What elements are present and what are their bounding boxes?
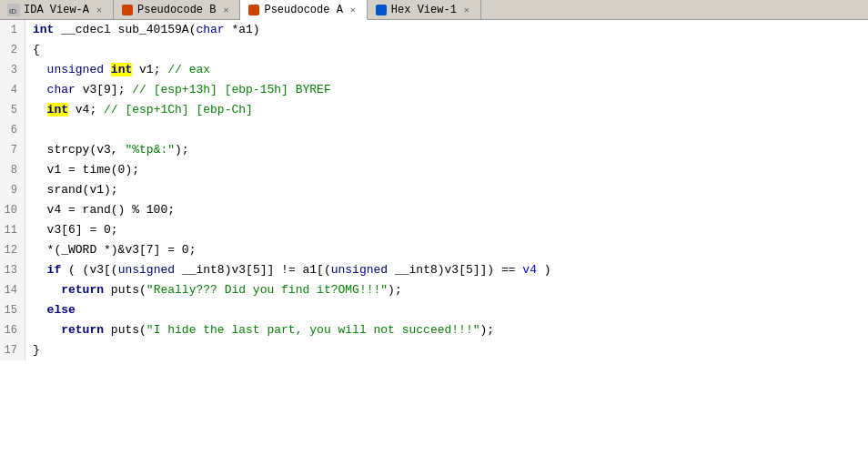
tab-hex-view-1[interactable]: Hex View-1 ✕ [368, 0, 481, 19]
code-content-8: v1 = time(0); [25, 160, 868, 180]
tab-ida-view-a[interactable]: ID IDA View-A ✕ [0, 0, 114, 19]
line-number-11: 11 [0, 220, 25, 240]
line-number-10: 10 [0, 200, 25, 220]
line-number-1: 1 [0, 20, 25, 40]
code-content-5: int v4; // [esp+1Ch] [ebp-Ch] [25, 100, 868, 120]
line-number-15: 15 [0, 300, 25, 320]
tab-hex-view-1-label: Hex View-1 [391, 4, 457, 16]
code-line-6: 6 [0, 120, 868, 140]
code-line-9: 9 srand(v1); [0, 180, 868, 200]
main-window: ID IDA View-A ✕ Pseudocode B ✕ Pseudocod… [0, 0, 868, 476]
line-number-6: 6 [0, 120, 25, 140]
code-content-6 [25, 120, 868, 140]
line-number-2: 2 [0, 40, 25, 60]
tab-pseudocode-a-close[interactable]: ✕ [347, 4, 359, 16]
code-content-13: if ( (v3[(unsigned __int8)v3[5]] != a1[(… [25, 260, 868, 280]
line-number-13: 13 [0, 260, 25, 280]
code-content-11: v3[6] = 0; [25, 220, 868, 240]
code-content-10: v4 = rand() % 100; [25, 200, 868, 220]
line-number-16: 16 [0, 320, 25, 340]
code-content-12: *(_WORD *)&v3[7] = 0; [25, 240, 868, 260]
pseudocode-b-icon [121, 4, 134, 16]
pseudocode-a-icon [247, 4, 260, 16]
code-content-15: else [25, 300, 868, 320]
code-content-2: { [25, 40, 868, 60]
code-line-8: 8 v1 = time(0); [0, 160, 868, 180]
tab-ida-close[interactable]: ✕ [93, 4, 106, 16]
line-number-8: 8 [0, 160, 25, 180]
code-line-12: 12 *(_WORD *)&v3[7] = 0; [0, 240, 868, 260]
code-content-14: return puts("Really??? Did you find it?O… [25, 280, 868, 300]
line-number-4: 4 [0, 80, 25, 100]
ida-view-icon: ID [7, 4, 20, 16]
code-line-3: 3 unsigned int v1; // eax [0, 60, 868, 80]
hex-view-icon [375, 4, 388, 16]
code-line-2: 2 { [0, 40, 868, 60]
code-line-11: 11 v3[6] = 0; [0, 220, 868, 240]
line-number-17: 17 [0, 340, 25, 360]
line-number-14: 14 [0, 280, 25, 300]
tab-bar: ID IDA View-A ✕ Pseudocode B ✕ Pseudocod… [0, 0, 868, 20]
tab-pseudocode-a[interactable]: Pseudocode A ✕ [240, 0, 367, 20]
tab-ida-view-a-label: IDA View-A [24, 4, 89, 16]
code-line-17: 17 } [0, 340, 868, 360]
line-number-12: 12 [0, 240, 25, 260]
code-content-4: char v3[9]; // [esp+13h] [ebp-15h] BYREF [25, 80, 868, 100]
line-number-7: 7 [0, 140, 25, 160]
tab-pseudocode-b-close[interactable]: ✕ [219, 4, 232, 16]
tab-pseudocode-a-label: Pseudocode A [264, 4, 342, 16]
code-content-7: strcpy(v3, "%tp&:"); [25, 140, 868, 160]
code-line-7: 7 strcpy(v3, "%tp&:"); [0, 140, 868, 160]
code-content-17: } [25, 340, 868, 360]
code-content-1: int __cdecl sub_40159A(char *a1) [25, 20, 868, 40]
code-content-16: return puts("I hide the last part, you w… [25, 320, 868, 340]
code-content-3: unsigned int v1; // eax [25, 60, 868, 80]
code-line-1: 1 int __cdecl sub_40159A(char *a1) [0, 20, 868, 40]
tab-pseudocode-b-label: Pseudocode B [137, 4, 216, 16]
line-number-9: 9 [0, 180, 25, 200]
code-line-15: 15 else [0, 300, 868, 320]
tab-hex-view-1-close[interactable]: ✕ [460, 4, 473, 16]
code-line-16: 16 return puts("I hide the last part, yo… [0, 320, 868, 340]
code-editor[interactable]: 1 int __cdecl sub_40159A(char *a1) 2 { 3… [0, 20, 868, 476]
line-number-5: 5 [0, 100, 25, 120]
line-number-3: 3 [0, 60, 25, 80]
svg-text:ID: ID [9, 7, 16, 15]
code-content-9: srand(v1); [25, 180, 868, 200]
code-line-13: 13 if ( (v3[(unsigned __int8)v3[5]] != a… [0, 260, 868, 280]
code-line-10: 10 v4 = rand() % 100; [0, 200, 868, 220]
tab-pseudocode-b[interactable]: Pseudocode B ✕ [114, 0, 240, 19]
code-line-5: 5 int v4; // [esp+1Ch] [ebp-Ch] [0, 100, 868, 120]
code-line-4: 4 char v3[9]; // [esp+13h] [ebp-15h] BYR… [0, 80, 868, 100]
code-line-14: 14 return puts("Really??? Did you find i… [0, 280, 868, 300]
